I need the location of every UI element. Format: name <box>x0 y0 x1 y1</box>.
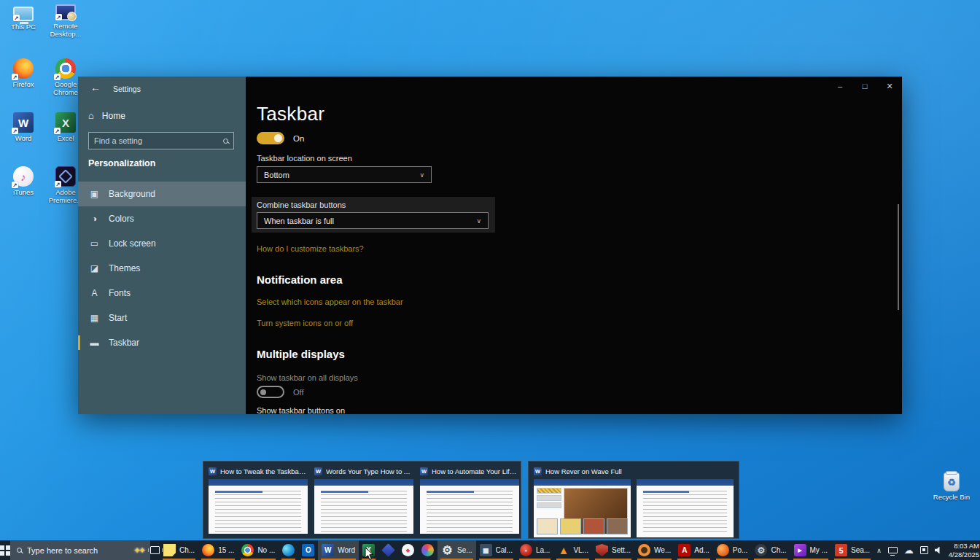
cortana-sparkles-icon[interactable]: ✦✦ <box>133 545 144 556</box>
sidebar-item-background[interactable]: ▣Background <box>78 182 246 206</box>
desktop-icon-firefox[interactable]: ↗Firefox <box>3 58 44 111</box>
settings-search-box[interactable] <box>88 132 234 149</box>
vlc-icon <box>557 544 569 556</box>
taskbar-app-firefox[interactable]: 15 ... <box>198 540 238 560</box>
lock-screen-icon: ▭ <box>89 238 100 249</box>
outlook-icon <box>302 544 314 556</box>
fonts-icon: A <box>89 288 100 298</box>
scrollbar[interactable] <box>898 204 899 310</box>
word-icon <box>322 544 334 556</box>
start-button[interactable] <box>0 540 10 560</box>
sidebar-item-lock-screen[interactable]: ▭Lock screen <box>78 231 246 256</box>
desktop-icon-word[interactable]: W↗Word <box>3 112 44 165</box>
word-window-thumbnail[interactable]: WHow to Tweak the Taskbar in ... <box>209 466 308 534</box>
select-icons-link[interactable]: Select which icons appear on the taskbar <box>257 298 403 306</box>
tray-date: 4/28/2025 <box>949 551 979 559</box>
customize-taskbars-link[interactable]: How do I customize taskbars? <box>257 244 364 253</box>
taskbar-app-blue-diamond[interactable] <box>378 540 398 560</box>
sidebar-item-fonts[interactable]: AFonts <box>78 281 246 306</box>
colors-icon: ◑ <box>89 214 100 224</box>
taskbar-app-color-sphere[interactable] <box>418 540 438 560</box>
page-title: Taskbar <box>257 103 324 125</box>
taskbar-app-purple-media[interactable]: My ... <box>790 540 831 560</box>
language-indicator-icon[interactable] <box>920 546 928 554</box>
home-label: Home <box>102 111 125 121</box>
desktop-icon-recycle-bin[interactable]: ♻ Recycle Bin <box>933 472 970 502</box>
combine-label: Combine taskbar buttons <box>257 201 346 209</box>
taskbar-app-orange-ball[interactable]: Po... <box>713 540 752 560</box>
desktop-icon-this-pc[interactable]: ↗This PC <box>3 4 44 57</box>
onedrive-cloud-icon[interactable]: ☁ <box>904 545 914 556</box>
clock[interactable]: 8:03 AM 4/28/2025 <box>949 542 979 559</box>
taskbar-app-security-shield[interactable]: Sett... <box>592 540 634 560</box>
taskbar-search-box[interactable]: ✦✦ <box>10 540 150 560</box>
sidebar-item-start[interactable]: ▦Start <box>78 306 246 330</box>
speaker-icon[interactable] <box>935 547 942 554</box>
taskbar-app-outlook[interactable] <box>298 540 318 560</box>
adobe-premiere-icon: ↗ <box>55 166 76 187</box>
taskbar-app-calculator[interactable]: Cal... <box>476 540 516 560</box>
window-title: Settings <box>113 85 141 93</box>
shortcut-arrow-icon: ↗ <box>54 74 61 80</box>
maximize-icon[interactable]: □ <box>852 77 877 96</box>
itunes-icon: ♪↗ <box>13 166 34 187</box>
taskbar-app-red-media[interactable]: La... <box>516 540 553 560</box>
location-dropdown[interactable]: Bottom ∨ <box>257 166 432 183</box>
calculator-icon <box>480 544 492 556</box>
back-icon[interactable]: ← <box>90 82 101 93</box>
settings-search-input[interactable] <box>94 136 223 145</box>
taskbar-app-settings-gear[interactable]: Se... <box>438 540 476 560</box>
taskbar-app-red-s[interactable]: Sea... <box>831 540 874 560</box>
taskbar-app-photos[interactable] <box>398 540 418 560</box>
displays-toggle-row: Off <box>257 386 303 398</box>
firefox-icon: ↗ <box>13 58 34 79</box>
thumbnail-page[interactable] <box>420 479 519 534</box>
thumbnail-page-text[interactable] <box>637 479 734 537</box>
word-window-thumbnail[interactable]: WHow to Automate Your Life w... <box>420 466 519 534</box>
desktop-icon-label: iTunes <box>13 189 34 197</box>
word-icon: W↗ <box>13 112 34 133</box>
taskbar-app-word[interactable]: Word <box>318 540 359 560</box>
shortcut-arrow-icon: ↗ <box>54 128 61 134</box>
desktop-icon-remote-desktop[interactable]: ↗Remote Desktop... <box>45 4 86 57</box>
taskbar-icon: ▬ <box>89 338 100 348</box>
taskbar-app-label: Ad... <box>694 546 709 554</box>
word-window-thumbnail[interactable]: WWords Your Type How to Add ... <box>314 466 413 534</box>
thumbnail-page-photos[interactable] <box>534 479 631 537</box>
desktop-icon-grid: ↗This PC↗Remote Desktop...↗Firefox↗Googl… <box>3 4 86 219</box>
thumbnail-title-row: W How Rever on Wave Full <box>534 466 734 477</box>
taskbar-app-vlc[interactable]: VL... <box>553 540 592 560</box>
settings-sidebar: ← Settings ⌂ Home Personalization ▣Backg… <box>78 77 246 414</box>
taskbar-toggle-row: On <box>257 132 304 144</box>
sticky-notes-icon <box>163 544 176 556</box>
taskbar-search-input[interactable] <box>27 546 128 555</box>
taskbar-app-chrome[interactable]: No ... <box>238 540 279 560</box>
purple-media-icon <box>794 544 806 556</box>
taskbar-app-acrobat[interactable]: Ad... <box>674 540 713 560</box>
orange-ring-icon <box>638 544 650 556</box>
combine-dropdown[interactable]: When taskbar is full ∨ <box>257 212 489 229</box>
sidebar-item-home[interactable]: ⌂ Home <box>88 110 125 121</box>
task-view-button[interactable] <box>150 540 160 560</box>
displays-toggle[interactable] <box>257 386 284 398</box>
desktop-icon-label: Word <box>15 135 32 143</box>
network-icon[interactable] <box>888 547 898 553</box>
minimize-icon[interactable]: – <box>828 77 852 96</box>
system-icons-link[interactable]: Turn system icons on or off <box>257 319 353 327</box>
show-hidden-icons-chevron[interactable]: ∧ <box>876 547 882 554</box>
taskbar-app-gear-wheel[interactable]: Ch... <box>751 540 790 560</box>
thumbnail-page[interactable] <box>209 479 308 534</box>
taskbar-app-edge[interactable] <box>279 540 298 560</box>
close-icon[interactable]: ✕ <box>877 77 902 96</box>
taskbar-app-sticky-notes[interactable]: Ch... <box>160 540 198 560</box>
sidebar-item-colors[interactable]: ◑Colors <box>78 206 246 231</box>
taskbar-toggle[interactable] <box>257 132 284 144</box>
thumbnail-page[interactable] <box>314 479 413 534</box>
sidebar-item-taskbar[interactable]: ▬Taskbar <box>78 330 246 355</box>
thumbnail-title-row: WWords Your Type How to Add ... <box>314 466 413 477</box>
sidebar-item-themes[interactable]: ◪Themes <box>78 256 246 281</box>
taskbar-app-orange-ring[interactable]: We... <box>634 540 674 560</box>
word-icon: W <box>209 467 217 475</box>
desktop-icon-itunes[interactable]: ♪↗iTunes <box>3 166 44 219</box>
sidebar-item-label: Fonts <box>109 288 131 298</box>
